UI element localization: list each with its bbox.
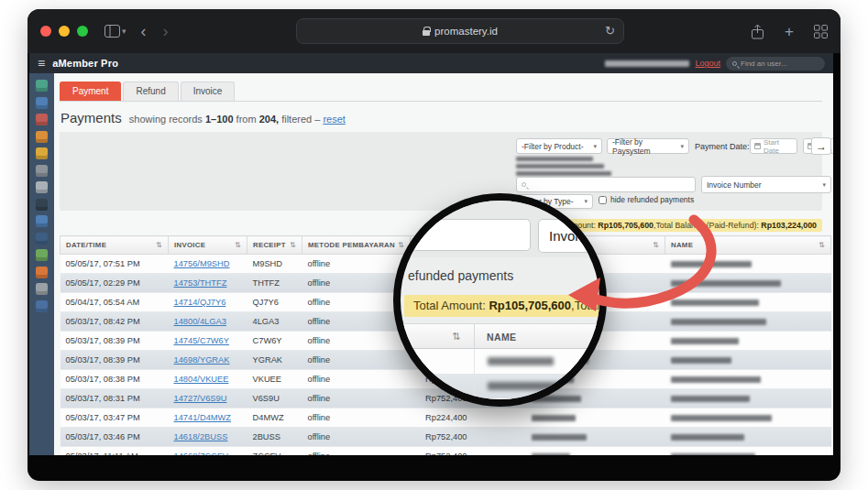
sort-icon[interactable]: ⇅ <box>653 241 659 249</box>
invoice-link[interactable]: 14714/QJ7Y6 <box>174 298 226 307</box>
payment-date-label: Payment Date: <box>695 142 750 151</box>
share-icon[interactable] <box>751 24 764 39</box>
column-header-date-time[interactable]: ⇅DATE/TIME <box>60 236 169 255</box>
name-cell <box>665 351 831 370</box>
apply-date-filter-button[interactable]: → <box>811 137 831 155</box>
tab-payment[interactable]: Payment <box>60 82 121 101</box>
dashboard-icon[interactable] <box>36 80 48 92</box>
sidebar-chevron-icon[interactable]: ▾ <box>122 27 126 36</box>
datetime-cell: 05/03/17, 08:39 PM <box>60 332 169 351</box>
payment-method-cell: offline <box>302 408 411 428</box>
refunded-cell <box>473 447 526 456</box>
menu-icon[interactable]: ≡ <box>38 56 45 71</box>
sort-icon[interactable]: ⇅ <box>156 241 162 249</box>
refunded-cell <box>473 408 526 428</box>
invoice-link[interactable]: 14668/ZCCFV <box>174 452 228 455</box>
invoice-link[interactable]: 14753/THTFZ <box>174 278 227 288</box>
name-cell <box>665 428 831 447</box>
redacted-text <box>671 396 750 402</box>
browse-icon[interactable] <box>36 300 48 312</box>
protection-icon[interactable] <box>36 147 48 159</box>
helpdesk-icon[interactable] <box>36 267 48 278</box>
invoice-search-input[interactable] <box>516 177 696 192</box>
traffic-lights <box>40 26 88 37</box>
configuration-icon[interactable] <box>36 165 48 177</box>
utilities-icon[interactable] <box>36 283 48 295</box>
find-user-input[interactable]: Find an user... <box>726 57 825 71</box>
invoice-link[interactable]: 14698/YGRAK <box>174 355 230 365</box>
address-bar[interactable]: promastery.id ↻ <box>296 18 624 44</box>
chevron-down-icon: ▾ <box>822 181 826 189</box>
back-icon[interactable]: ‹ <box>141 23 147 39</box>
reset-filter-link[interactable]: reset <box>323 114 345 125</box>
tab-refund[interactable]: Refund <box>123 82 178 101</box>
invoice-link[interactable]: 14745/C7W6Y <box>174 336 229 345</box>
start-date-input[interactable]: Start Date <box>750 138 797 154</box>
payment-method-cell: offline <box>302 389 411 408</box>
column-header-name[interactable]: ⇅NAME <box>665 236 831 255</box>
content-icon[interactable] <box>36 233 48 245</box>
magnified-total-highlight: Total Amount: Rp105,705,600,Total Balanc… <box>404 295 607 317</box>
integration-icon[interactable] <box>36 215 48 227</box>
forward-icon[interactable]: › <box>163 23 169 39</box>
invoice-link[interactable]: 14756/M9SHD <box>174 259 230 268</box>
invoice-number-select[interactable]: Invoice Number ▾ <box>701 176 831 193</box>
minimize-window-button[interactable] <box>59 26 70 37</box>
sort-icon[interactable]: ⇅ <box>290 241 296 249</box>
magnified-search-input <box>412 219 531 251</box>
invoice-link[interactable]: 14804/VKUEE <box>174 375 229 384</box>
sidebar-toggle-icon[interactable] <box>104 25 120 38</box>
calendar-icon <box>754 143 761 149</box>
reload-icon[interactable]: ↻ <box>605 24 615 38</box>
column-header-invoice[interactable]: ⇅INVOICE <box>169 236 247 255</box>
page-heading: Payments <box>60 110 122 125</box>
users-icon[interactable] <box>36 97 48 109</box>
column-header-metode-pembayaran[interactable]: ⇅METODE PEMBAYARAN <box>302 236 411 255</box>
close-window-button[interactable] <box>40 26 51 37</box>
invoice-link[interactable]: 14727/V6S9U <box>174 394 227 403</box>
sort-icon[interactable]: ⇅ <box>235 241 241 249</box>
datetime-cell: 05/03/17, 03:47 PM <box>60 408 169 428</box>
invoice-search-field[interactable] <box>530 180 690 190</box>
zoom-window-button[interactable] <box>77 26 88 37</box>
tab-invoice[interactable]: Invoice <box>181 82 236 101</box>
name-cell <box>665 370 831 389</box>
redacted-text <box>671 261 752 267</box>
redacted-text <box>671 319 766 325</box>
payment-method-cell: offline <box>302 332 411 351</box>
redacted-text <box>488 357 554 365</box>
app-header: ≡ aMember Pro Logout Find an user... <box>29 53 833 73</box>
app-title: aMember Pro <box>52 58 118 69</box>
invoice-link[interactable]: 14800/4LGA3 <box>174 317 226 326</box>
invoice-link[interactable]: 14618/2BUSS <box>174 432 228 441</box>
record-range: 1–100 <box>205 114 234 125</box>
magnified-refunded-text: efunded payments <box>408 268 513 283</box>
reports-icon[interactable] <box>36 114 48 125</box>
filter-by-product-select[interactable]: -Filter by Product- ▾ <box>516 138 602 154</box>
hide-refunded-checkbox-row[interactable]: hide refunded payments <box>599 195 694 204</box>
payments-icon[interactable] <box>36 131 48 143</box>
table-row: 05/03/17, 03:47 PM14741/D4MWZD4MWZofflin… <box>60 408 831 428</box>
find-user-placeholder: Find an user... <box>741 60 787 68</box>
filter-by-paysystem-select[interactable]: -Filter by Paysystem ▾ <box>607 138 689 154</box>
invoice-link[interactable]: 14741/D4MWZ <box>174 413 232 422</box>
receipt-cell: 2BUSS <box>247 428 302 447</box>
redacted-text <box>671 357 731 364</box>
logout-link[interactable]: Logout <box>695 59 720 68</box>
amount-cell: Rp752,400 <box>411 428 473 447</box>
affiliates-icon[interactable] <box>36 199 48 211</box>
redacted-text <box>671 434 744 441</box>
sort-icon[interactable]: ⇅ <box>819 241 825 249</box>
showing-records-text: showing records <box>129 114 203 125</box>
magnified-table-row <box>401 349 599 374</box>
sort-icon[interactable]: ⇅ <box>398 241 404 249</box>
datetime-cell: 05/04/17, 05:54 AM <box>60 293 169 312</box>
add-user-icon[interactable] <box>36 249 48 261</box>
magnified-table-header: ⇅ NAME <box>401 323 599 349</box>
tab-overview-icon[interactable] <box>814 25 828 38</box>
redacted-text <box>532 434 587 441</box>
new-tab-icon[interactable]: + <box>785 24 794 39</box>
column-header-receipt[interactable]: ⇅RECEIPT <box>247 236 302 255</box>
store-icon[interactable] <box>36 181 48 193</box>
hide-refunded-checkbox[interactable] <box>599 196 607 204</box>
